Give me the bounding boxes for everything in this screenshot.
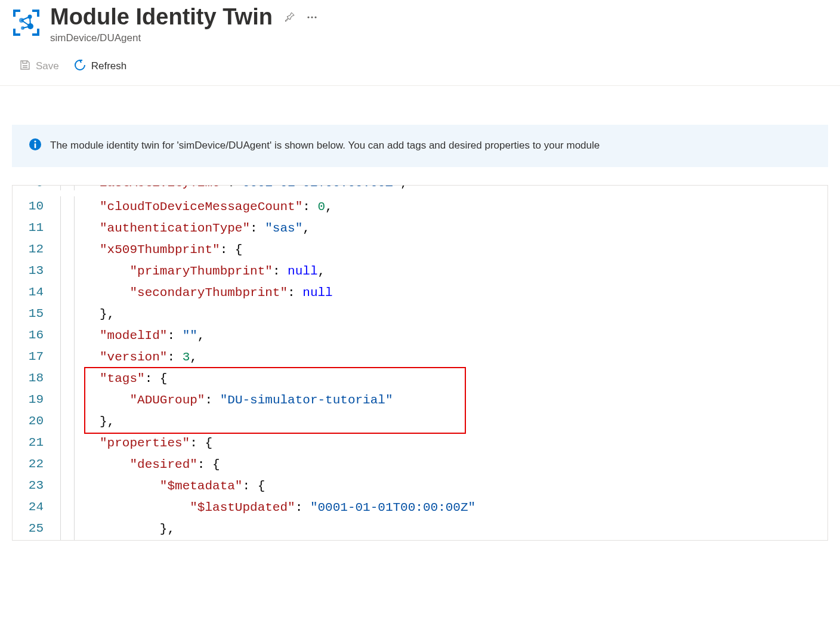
svg-point-9 [311,16,313,18]
svg-line-5 [21,20,30,26]
code-content[interactable]: "secondaryThumbprint": null [96,282,827,304]
save-label: Save [36,60,59,72]
indent-guide [60,411,96,433]
indent-guide [60,196,96,218]
save-button[interactable]: Save [19,59,59,74]
code-content[interactable]: "authenticationType": "sas", [96,218,827,239]
code-content[interactable]: "primaryThumbprint": null, [96,261,827,282]
code-line[interactable]: 21"properties": { [13,433,827,454]
save-icon [19,59,31,74]
code-content[interactable]: }, [96,411,827,433]
info-icon [29,138,42,154]
indent-guide [60,218,96,239]
indent-guide [60,239,96,261]
indent-guide [60,454,96,476]
line-number: 9 [13,186,60,190]
code-line[interactable]: 11"authenticationType": "sas", [13,218,827,239]
indent-guide [60,519,96,540]
svg-point-8 [307,16,309,18]
page-header: Module Identity Twin simDevice/DUAgent [0,0,840,44]
code-line[interactable]: 10"cloudToDeviceMessageCount": 0, [13,196,827,218]
code-line[interactable]: 14 "secondaryThumbprint": null [13,282,827,304]
code-content[interactable]: "x509Thumbprint": { [96,239,827,261]
svg-point-13 [34,140,36,142]
info-banner: The module identity twin for 'simDevice/… [12,125,828,167]
line-number: 18 [13,368,60,390]
code-line[interactable]: 20}, [13,411,827,433]
indent-guide [60,347,96,368]
json-editor[interactable]: 9lastActivityTime : 0001-01-01T00.00.00Z… [12,185,828,541]
line-number: 24 [13,497,60,519]
page-title: Module Identity Twin [50,4,273,31]
code-content[interactable]: "desired": { [96,454,827,476]
module-icon [12,8,41,37]
code-content[interactable]: }, [96,304,827,325]
info-text: The module identity twin for 'simDevice/… [50,140,600,152]
code-line[interactable]: 19 "ADUGroup": "DU-simulator-tutorial" [13,390,827,411]
refresh-button[interactable]: Refresh [73,58,127,75]
code-line[interactable]: 22 "desired": { [13,454,827,476]
code-content[interactable]: "ADUGroup": "DU-simulator-tutorial" [96,390,827,411]
indent-guide [60,261,96,282]
code-line[interactable]: 18"tags": { [13,368,827,390]
code-line[interactable]: 15}, [13,304,827,325]
toolbar: Save Refresh [0,44,840,86]
line-number: 21 [13,433,60,454]
line-number: 11 [13,218,60,239]
code-content[interactable]: "version": 3, [96,347,827,368]
line-number: 23 [13,476,60,497]
code-content[interactable]: "cloudToDeviceMessageCount": 0, [96,196,827,218]
indent-guide [60,325,96,347]
svg-rect-12 [35,143,36,148]
indent-guide [60,304,96,325]
code-line[interactable]: 9lastActivityTime : 0001-01-01T00.00.00Z… [13,186,827,196]
code-content[interactable]: lastActivityTime : 0001-01-01T00.00.00Z … [96,186,827,190]
code-line[interactable]: 13 "primaryThumbprint": null, [13,261,827,282]
code-content[interactable]: "tags": { [96,368,827,390]
indent-guide [60,497,96,519]
indent-guide [60,282,96,304]
line-number: 19 [13,390,60,411]
indent-guide [60,433,96,454]
line-number: 10 [13,196,60,218]
code-line[interactable]: 12"x509Thumbprint": { [13,239,827,261]
indent-guide [60,186,96,190]
line-number: 13 [13,261,60,282]
line-number: 22 [13,454,60,476]
line-number: 12 [13,239,60,261]
more-icon[interactable] [306,11,318,23]
breadcrumb: simDevice/DUAgent [50,32,318,44]
line-number: 14 [13,282,60,304]
line-number: 17 [13,347,60,368]
pin-icon[interactable] [283,11,295,23]
code-line[interactable]: 17"version": 3, [13,347,827,368]
refresh-icon [73,58,87,75]
code-line[interactable]: 23 "$metadata": { [13,476,827,497]
svg-point-10 [314,16,316,18]
code-line[interactable]: 24 "$lastUpdated": "0001-01-01T00:00:00Z… [13,497,827,519]
code-content[interactable]: "modelId": "", [96,325,827,347]
code-content[interactable]: "$lastUpdated": "0001-01-01T00:00:00Z" [96,497,827,519]
code-line[interactable]: 25 }, [13,519,827,540]
indent-guide [60,368,96,390]
code-line[interactable]: 16"modelId": "", [13,325,827,347]
code-content[interactable]: }, [96,519,827,540]
line-number: 15 [13,304,60,325]
indent-guide [60,390,96,411]
line-number: 20 [13,411,60,433]
svg-line-7 [30,17,30,26]
code-content[interactable]: "$metadata": { [96,476,827,497]
indent-guide [60,476,96,497]
line-number: 25 [13,519,60,540]
line-number: 16 [13,325,60,347]
refresh-label: Refresh [91,60,127,72]
code-content[interactable]: "properties": { [96,433,827,454]
